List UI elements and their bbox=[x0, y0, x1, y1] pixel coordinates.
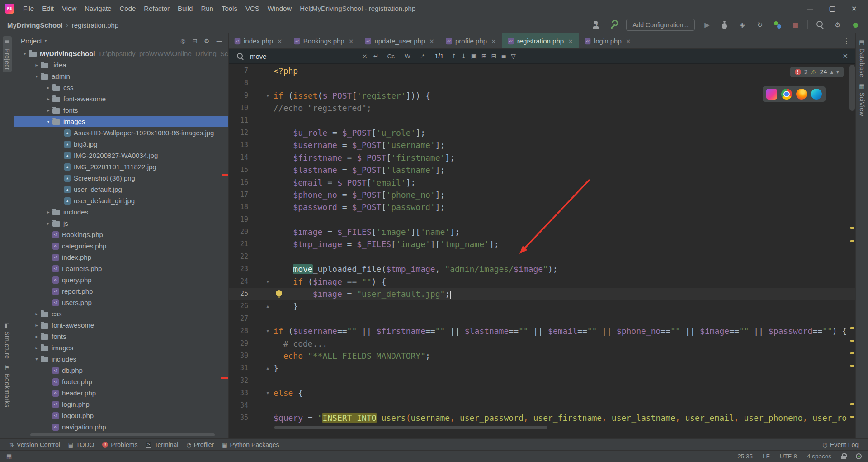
menu-window[interactable]: Window bbox=[264, 2, 296, 14]
tree-item-font-awesome[interactable]: ▸font-awesome bbox=[14, 93, 228, 105]
code-line-22[interactable]: 22 bbox=[229, 251, 855, 263]
tree-item-fonts[interactable]: ▸fonts bbox=[14, 105, 228, 116]
tree-item-header-php[interactable]: <?header.php bbox=[14, 387, 228, 399]
code-with-me-icon[interactable] bbox=[772, 19, 783, 30]
line-number[interactable]: 28 bbox=[229, 325, 250, 337]
code-line-7[interactable]: 7<?php bbox=[229, 65, 855, 77]
code-line-16[interactable]: 16 $email = $_POST['email']; bbox=[229, 176, 855, 189]
line-number[interactable]: 30 bbox=[229, 350, 250, 362]
tab-profile-php[interactable]: <?profile.php× bbox=[440, 33, 502, 48]
code-line-35[interactable]: 35$query = "INSERT INTO users(username, … bbox=[229, 412, 855, 424]
user-icon[interactable]: ▾ bbox=[591, 19, 602, 30]
tree-item-index-php[interactable]: <?index.php bbox=[14, 252, 228, 263]
code-line-34[interactable]: 34 bbox=[229, 400, 855, 412]
line-number[interactable]: 12 bbox=[229, 127, 250, 139]
warning-stripe-mark[interactable] bbox=[850, 240, 854, 242]
line-number[interactable]: 14 bbox=[229, 152, 250, 164]
problems-button[interactable]: !Problems bbox=[98, 440, 142, 449]
line-number[interactable]: 31 bbox=[229, 362, 250, 374]
search-input[interactable] bbox=[250, 52, 356, 60]
close-tab-icon[interactable]: × bbox=[491, 38, 496, 45]
collapse-all-icon[interactable]: ⊟ bbox=[192, 38, 197, 44]
line-number[interactable]: 25 bbox=[229, 288, 250, 300]
filter-lines-icon[interactable]: ≡ bbox=[501, 52, 506, 60]
code-line-29[interactable]: 29 # code... bbox=[229, 338, 855, 350]
line-number[interactable]: 29 bbox=[229, 338, 250, 350]
project-tool-button[interactable]: ▤Project bbox=[3, 36, 12, 72]
code-editor[interactable]: 7<?php89▾if (isset($_POST['register'])) … bbox=[229, 64, 855, 438]
code-line-11[interactable]: 11 bbox=[229, 114, 855, 127]
code-line-25[interactable]: 25 $image = "user_default.jpg"; bbox=[229, 288, 855, 300]
inspections-widget[interactable]: ! 2 ⚠ 24 ▲ ▼ bbox=[790, 67, 844, 77]
error-stripe[interactable] bbox=[849, 64, 855, 438]
tree-item-images[interactable]: ▾images bbox=[14, 116, 228, 127]
clear-search-icon[interactable]: × bbox=[362, 52, 368, 60]
close-button[interactable]: × bbox=[851, 4, 857, 13]
tree-item-big3-jpg[interactable]: ▲big3.jpg bbox=[14, 138, 228, 150]
select-opened-file-icon[interactable]: ◎ bbox=[180, 38, 185, 44]
terminal-button[interactable]: >Terminal bbox=[142, 440, 182, 449]
fold-marker-icon[interactable]: ▴ bbox=[250, 362, 274, 374]
chevron-right-icon[interactable]: ▸ bbox=[44, 96, 52, 101]
tree-item-user-default-girl-jpg[interactable]: ▲user_default_girl.jpg bbox=[14, 195, 228, 206]
warning-stripe-mark[interactable] bbox=[850, 327, 854, 329]
project-horizontal-scrollbar[interactable] bbox=[30, 433, 215, 436]
code-line-33[interactable]: 33▾else { bbox=[229, 387, 855, 399]
code-line-26[interactable]: 26▴ } bbox=[229, 300, 855, 312]
newline-icon[interactable]: ↵ bbox=[373, 52, 379, 60]
menu-tools[interactable]: Tools bbox=[217, 2, 241, 14]
sciview-tool-button[interactable]: ▦SciView bbox=[858, 80, 867, 119]
chevron-right-icon[interactable]: ▸ bbox=[44, 85, 52, 90]
analysis-status-icon[interactable] bbox=[856, 453, 862, 459]
build-wrench-icon[interactable] bbox=[609, 19, 619, 30]
tab-update-user-php[interactable]: <?update_user.php× bbox=[359, 33, 440, 48]
menu-file[interactable]: File bbox=[19, 2, 38, 14]
project-view-selector[interactable]: Project bbox=[21, 37, 42, 45]
code-line-8[interactable]: 8 bbox=[229, 77, 855, 89]
tree-item-css[interactable]: ▸css bbox=[14, 308, 228, 319]
tree-item-img-20201101-111822-jpg[interactable]: ▲IMG_20201101_111822.jpg bbox=[14, 161, 228, 172]
tree-item-login-php[interactable]: <?login.php bbox=[14, 399, 228, 410]
tree-item-font-awesome[interactable]: ▸font-awesome bbox=[14, 319, 228, 331]
hide-panel-icon[interactable]: — bbox=[216, 38, 222, 44]
line-number[interactable]: 10 bbox=[229, 102, 250, 114]
warning-stripe-mark[interactable] bbox=[850, 227, 854, 229]
chevron-down-icon[interactable]: ▾ bbox=[33, 74, 41, 79]
open-in-tool-window-icon[interactable]: ▣ bbox=[471, 52, 477, 60]
close-find-icon[interactable]: × bbox=[842, 52, 848, 60]
profiler-button[interactable]: ◔Profiler bbox=[182, 440, 218, 449]
chevron-down-icon[interactable]: ▾ bbox=[21, 51, 29, 56]
line-number[interactable]: 9 bbox=[229, 90, 250, 102]
code-line-9[interactable]: 9▾if (isset($_POST['register'])) { bbox=[229, 90, 855, 102]
close-tab-icon[interactable]: × bbox=[568, 38, 573, 45]
event-log-button[interactable]: ◴Event Log bbox=[818, 440, 863, 449]
rerun-icon[interactable]: ↻ bbox=[755, 19, 765, 30]
tree-item-includes[interactable]: ▸includes bbox=[14, 206, 228, 218]
close-tab-icon[interactable]: × bbox=[277, 38, 283, 45]
chrome-icon[interactable] bbox=[781, 89, 792, 100]
todo-button[interactable]: ▤TODO bbox=[64, 440, 99, 449]
menu-build[interactable]: Build bbox=[174, 2, 197, 14]
line-number[interactable]: 35 bbox=[229, 412, 250, 424]
regex-toggle[interactable]: .* bbox=[418, 52, 427, 61]
tree-item-db-php[interactable]: <?db.php bbox=[14, 365, 228, 376]
code-line-10[interactable]: 10//echo "registered"; bbox=[229, 102, 855, 114]
warning-stripe-mark[interactable] bbox=[850, 416, 854, 418]
code-line-27[interactable]: 27 bbox=[229, 313, 855, 325]
menu-edit[interactable]: Edit bbox=[38, 2, 58, 14]
line-number[interactable]: 26 bbox=[229, 300, 250, 312]
caret-position[interactable]: 25:35 bbox=[737, 453, 753, 460]
tree-item-categories-php[interactable]: <?categories.php bbox=[14, 240, 228, 252]
line-separator[interactable]: LF bbox=[763, 453, 770, 460]
maximize-button[interactable]: ▢ bbox=[829, 4, 835, 13]
firefox-icon[interactable] bbox=[796, 89, 807, 100]
remove-occurrence-icon[interactable]: ⊟ bbox=[491, 52, 497, 60]
menu-navigate[interactable]: Navigate bbox=[80, 2, 115, 14]
tree-item-idea[interactable]: ▸.idea bbox=[14, 59, 228, 71]
line-number[interactable]: 23 bbox=[229, 263, 250, 275]
tree-item-includes[interactable]: ▾includes bbox=[14, 353, 228, 365]
code-line-19[interactable]: 19 bbox=[229, 214, 855, 226]
version-control-button[interactable]: ⇅Version Control bbox=[5, 440, 64, 449]
breadcrumb-item-mydrivingschool[interactable]: MyDrivingSchool bbox=[7, 21, 63, 29]
line-number[interactable]: 27 bbox=[229, 313, 250, 325]
